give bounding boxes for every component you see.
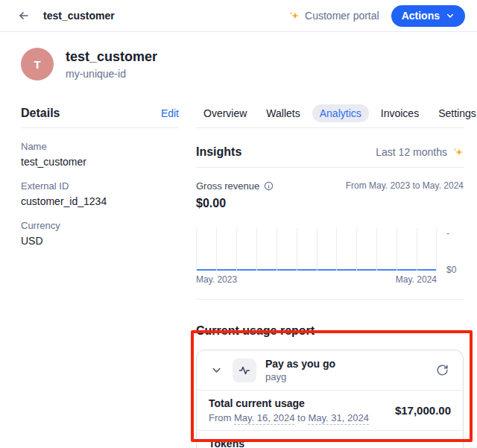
- usage-item-name: Tokens: [209, 438, 272, 448]
- chart-gridline: [336, 228, 337, 271]
- gross-revenue-header: Gross revenue From May. 2023 to May. 202…: [196, 180, 464, 192]
- customer-name: test_customer: [66, 49, 157, 65]
- tab-wallets[interactable]: Wallets: [259, 104, 307, 122]
- x-axis-end-label: May. 2024: [396, 274, 437, 285]
- chart-y-axis: - $0: [437, 228, 464, 271]
- usage-report-card: Pay as you go payg Total current usage F…: [196, 350, 464, 448]
- total-usage-row: Total current usage From May. 16, 2024 t…: [197, 390, 463, 430]
- tab-invoices[interactable]: Invoices: [373, 104, 426, 122]
- chart-divider: [196, 299, 464, 300]
- plan-iconbox: [233, 359, 256, 382]
- chart-gridline: [356, 228, 357, 271]
- customer-header: T test_customer my-unique-id: [21, 48, 464, 81]
- customer-unique-id: my-unique-id: [66, 68, 157, 80]
- sparkle-icon: [452, 147, 464, 158]
- period-selector[interactable]: Last 12 months: [376, 146, 464, 158]
- tab-analytics[interactable]: Analytics: [312, 104, 369, 122]
- period-join: to: [297, 412, 306, 423]
- activity-pulse-icon: [238, 365, 250, 376]
- period-from-date[interactable]: May. 16, 2024: [234, 412, 294, 425]
- period-label: Last 12 months: [376, 146, 447, 158]
- total-usage-text: Total current usage From May. 16, 2024 t…: [209, 397, 369, 423]
- total-usage-label: Total current usage: [209, 397, 369, 409]
- collapse-toggle-button[interactable]: [209, 363, 224, 378]
- refresh-button[interactable]: [433, 362, 451, 379]
- chart-gridline: [417, 228, 417, 271]
- usage-item-row: Tokens openai_tokens: [197, 430, 463, 448]
- chart-gridline: [236, 228, 237, 271]
- chart-gridline: [376, 228, 377, 271]
- gross-revenue-label: Gross revenue: [196, 180, 259, 192]
- field-label: Currency: [21, 220, 179, 231]
- avatar: T: [21, 48, 54, 81]
- chart-x-axis: May. 2023 May. 2024: [196, 274, 437, 285]
- chart-gridline: [297, 228, 297, 271]
- gross-revenue-range: From May. 2023 to May. 2024: [346, 180, 464, 191]
- sparkle-icon: [288, 10, 300, 22]
- chart-gridline: [256, 228, 257, 271]
- plan-name: Pay as you go: [265, 358, 335, 370]
- x-axis-start-label: May. 2023: [196, 274, 237, 285]
- detail-field-external-id: External ID customer_id_1234: [21, 180, 179, 207]
- field-label: Name: [21, 141, 179, 152]
- field-label: External ID: [21, 180, 179, 192]
- detail-field-currency: Currency USD: [21, 220, 179, 247]
- arrow-left-icon: [18, 10, 30, 22]
- insights-divider: [196, 167, 464, 168]
- gross-revenue-amount: $0.00: [196, 197, 464, 210]
- customer-portal-label: Customer portal: [305, 10, 379, 22]
- period-to-date[interactable]: May. 31, 2024: [308, 412, 368, 425]
- tabs-divider: [196, 127, 464, 128]
- back-button[interactable]: [13, 5, 34, 26]
- total-usage-period: From May. 16, 2024 to May. 31, 2024: [209, 412, 369, 423]
- insights-header: Insights Last 12 months: [196, 145, 464, 159]
- chart-gridline: [196, 228, 197, 271]
- tab-bar: Overview Wallets Analytics Invoices Sett…: [196, 104, 464, 123]
- details-header: Details Edit: [21, 104, 179, 123]
- topbar: test_customer Customer portal Actions: [0, 0, 477, 32]
- info-icon[interactable]: [264, 181, 274, 191]
- tab-overview[interactable]: Overview: [196, 104, 254, 122]
- chart-gridline: [397, 228, 397, 271]
- right-panel: Overview Wallets Analytics Invoices Sett…: [196, 104, 464, 448]
- field-value: test_customer: [21, 156, 179, 168]
- chart-gridline: [216, 228, 217, 271]
- usage-report-title: Current usage report: [196, 324, 464, 338]
- page-content: T test_customer my-unique-id Details Edi…: [0, 48, 477, 448]
- period-prefix: From: [209, 412, 231, 423]
- chart-gridline: [277, 228, 277, 271]
- edit-details-link[interactable]: Edit: [161, 107, 179, 119]
- chevron-down-icon: [211, 365, 222, 376]
- plan-info: Pay as you go payg: [265, 358, 335, 382]
- field-value: customer_id_1234: [21, 195, 179, 207]
- topbar-right: Customer portal Actions: [288, 5, 465, 27]
- chart-gridline: [317, 228, 318, 271]
- refresh-icon: [436, 364, 449, 376]
- details-divider: [21, 127, 179, 128]
- main-columns: Details Edit Name test_customer External…: [21, 104, 464, 448]
- actions-label: Actions: [402, 10, 440, 22]
- details-panel: Details Edit Name test_customer External…: [21, 104, 179, 448]
- customer-portal-link[interactable]: Customer portal: [288, 10, 379, 22]
- y-axis-zero-label: $0: [446, 265, 456, 275]
- customer-identity: test_customer my-unique-id: [66, 49, 157, 80]
- actions-button[interactable]: Actions: [391, 5, 465, 27]
- usage-item-text: Tokens openai_tokens: [209, 438, 272, 448]
- topbar-title: test_customer: [43, 10, 115, 22]
- detail-field-name: Name test_customer: [21, 141, 179, 168]
- plan-code: payg: [265, 371, 335, 382]
- gross-revenue-chart: - $0: [196, 228, 464, 271]
- details-title: Details: [21, 107, 60, 120]
- total-usage-amount: $17,000.00: [395, 404, 451, 417]
- field-value: USD: [21, 235, 179, 247]
- insights-title: Insights: [196, 145, 241, 159]
- chevron-down-icon: [446, 11, 455, 20]
- chart-plot-area: [196, 228, 437, 271]
- gross-revenue-label-wrap: Gross revenue: [196, 180, 274, 192]
- usage-card-header: Pay as you go payg: [197, 350, 463, 390]
- y-axis-top-label: -: [446, 228, 449, 239]
- tab-settings[interactable]: Settings: [431, 104, 477, 122]
